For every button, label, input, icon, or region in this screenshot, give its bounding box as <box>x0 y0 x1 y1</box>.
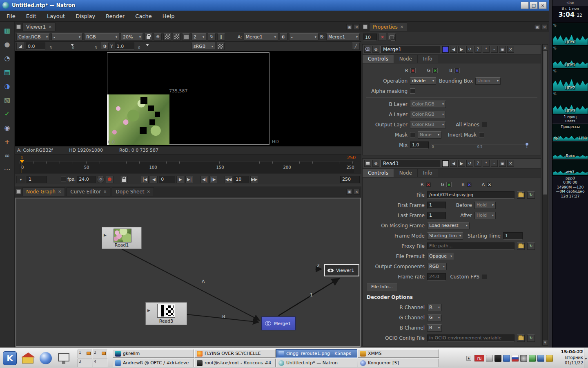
menu-edit[interactable]: Edit <box>26 13 36 19</box>
refresh-button[interactable]: ↻ <box>208 33 216 40</box>
proxy-mode-button[interactable] <box>173 33 180 40</box>
ksnapshot-launcher[interactable] <box>37 349 55 367</box>
g-channel-combo[interactable]: G▾ <box>427 314 442 321</box>
layer-combo[interactable]: Color.RGB▾ <box>16 33 50 40</box>
toolbox-time-icon[interactable]: ◔ <box>2 53 13 63</box>
node-merge1[interactable]: Merge1 <box>261 316 296 330</box>
b-channel-combo[interactable]: B▾ <box>427 324 442 332</box>
kmenu-button[interactable]: K <box>1 349 19 367</box>
node-read1[interactable]: ▶ Read1 <box>102 227 142 249</box>
home-button[interactable] <box>19 349 37 367</box>
wipe-mode-combo[interactable]: -▾ <box>289 33 318 40</box>
minimize-panel-button[interactable]: – <box>491 46 498 53</box>
menu-layout[interactable]: Layout <box>47 13 65 19</box>
maximize-button[interactable]: □ <box>530 2 538 9</box>
gkrellm-hostname[interactable]: slax <box>552 0 588 6</box>
pane-menu-button[interactable] <box>16 25 21 29</box>
scroll-down-button[interactable]: ▼ <box>543 340 548 345</box>
task-natron[interactable]: Untitled.ntp* — Natron <box>276 359 357 367</box>
task-konqueror[interactable]: Konqueror [5] <box>358 359 439 367</box>
file-reload-button[interactable]: ↻ <box>527 191 535 199</box>
close-button[interactable]: × <box>539 2 547 9</box>
contrast-icon[interactable]: ◑ <box>101 43 109 50</box>
tray-icon-konsole[interactable] <box>494 355 501 362</box>
all-planes-checkbox[interactable] <box>482 122 487 127</box>
tray-icon-mixer[interactable] <box>520 355 527 362</box>
channel-r-checkbox[interactable]: × <box>410 68 416 73</box>
task-irc[interactable]: AndrewR @ OFTC / #dri-deve <box>113 359 194 367</box>
channel-b-checkbox[interactable]: × <box>467 182 472 187</box>
operation-combo[interactable]: divide▾ <box>410 77 436 85</box>
pane-float-button[interactable]: ▣ <box>534 24 540 30</box>
max-panels-input[interactable] <box>363 34 377 41</box>
close-panel-button[interactable]: × <box>507 160 514 167</box>
after-combo[interactable]: Hold▾ <box>474 212 496 219</box>
center-node-button[interactable]: ⊕ <box>372 160 379 167</box>
node-color-swatch[interactable] <box>442 160 449 167</box>
components-combo[interactable]: RGB▾ <box>427 263 447 270</box>
terminal-launcher[interactable] <box>55 349 73 367</box>
pager-desktop-2[interactable]: 2 <box>93 350 107 358</box>
frame-rate-input[interactable] <box>427 273 446 280</box>
gain-icon[interactable]: ◢ <box>16 43 24 50</box>
file-path-input[interactable] <box>427 191 514 199</box>
tab-viewer1[interactable]: Viewer1 × <box>22 22 56 31</box>
minimize-panel-button[interactable]: – <box>491 160 498 167</box>
toolbox-views-icon[interactable]: ∞ <box>2 150 13 161</box>
frame-increment-input[interactable] <box>234 176 249 183</box>
missing-frame-combo[interactable]: Load nearest▾ <box>427 222 470 229</box>
tab-info[interactable]: Info <box>418 169 438 177</box>
taskbar-clock[interactable]: 15:04:22 Вторник 01/11/22 <box>555 349 583 366</box>
play-forward-button[interactable]: ▶ <box>176 176 184 183</box>
help-button[interactable]: ? <box>474 46 481 53</box>
tab-controls[interactable]: Controls <box>363 55 394 63</box>
tab-close-icon[interactable]: × <box>400 25 403 29</box>
preview-triangle-icon[interactable]: ▶ <box>104 233 107 237</box>
pane-float-button[interactable]: ▣ <box>346 24 352 30</box>
menu-display[interactable]: Display <box>76 13 95 19</box>
toolbox-transform-icon[interactable]: + <box>2 136 13 147</box>
proxy-browse-button[interactable] <box>517 242 525 250</box>
undo-button[interactable]: ◀ <box>450 46 457 53</box>
settings-button[interactable]: * <box>483 46 490 53</box>
menu-help[interactable]: Help <box>163 13 175 19</box>
premult-combo[interactable]: Opaque▾ <box>427 253 454 260</box>
center-node-button[interactable]: ⊕ <box>372 46 379 53</box>
toolbox-channel-icon[interactable]: ▤ <box>2 67 13 77</box>
timeline-ruler[interactable]: 0 50 100 150 200 250 <box>20 161 354 173</box>
ocio-config-input[interactable] <box>427 334 514 342</box>
node-name-input[interactable] <box>381 160 441 167</box>
nodegraph-canvas[interactable]: A B 1 2 ▶ Read1 ▶ Read3 <box>16 198 361 347</box>
tab-info[interactable]: Info <box>418 55 438 63</box>
channel-r-checkbox[interactable]: × <box>426 182 431 187</box>
toolbox-color-icon[interactable]: ◑ <box>2 81 13 91</box>
tab-controls[interactable]: Controls <box>363 169 394 177</box>
next-keyframe-button[interactable]: |▶ <box>209 176 217 183</box>
last-frame-input[interactable] <box>427 212 446 219</box>
pager-desktop-4[interactable]: 4 <box>93 359 107 367</box>
alpha-masking-checkbox[interactable] <box>410 88 415 94</box>
tab-node[interactable]: Node <box>394 55 418 63</box>
before-combo[interactable]: Hold▾ <box>474 202 496 209</box>
timeline-lock-button[interactable] <box>120 176 128 183</box>
zoom-lock-button[interactable] <box>145 33 152 40</box>
in-point-input[interactable] <box>159 176 175 183</box>
task-ksnapshot[interactable]: cingg_reroute1.png - KSnaps <box>276 349 357 358</box>
tab-close-icon[interactable]: × <box>48 25 51 29</box>
proxy-file-input[interactable] <box>427 242 514 250</box>
turntable-button[interactable]: ↻ <box>97 176 105 183</box>
proxy-reload-button[interactable]: ↻ <box>527 242 535 250</box>
restore-defaults-button[interactable]: ↺ <box>466 160 473 167</box>
minimize-button[interactable]: – <box>521 2 529 9</box>
gamma-input[interactable] <box>115 43 134 50</box>
menu-render[interactable]: Render <box>106 13 125 19</box>
mix-input[interactable] <box>410 141 429 149</box>
node-viewer1[interactable]: Viewer1 <box>324 264 359 276</box>
gamma-toggle[interactable]: Y <box>110 44 113 49</box>
mask-checkbox[interactable] <box>410 132 415 137</box>
pane-close-button[interactable]: × <box>354 24 360 30</box>
previous-keyframe-button[interactable]: ◀| <box>200 176 208 183</box>
fps-lock-checkbox[interactable] <box>61 177 66 182</box>
preview-triangle-icon[interactable]: ▶ <box>147 308 150 312</box>
tab-close-icon[interactable]: × <box>103 190 107 194</box>
